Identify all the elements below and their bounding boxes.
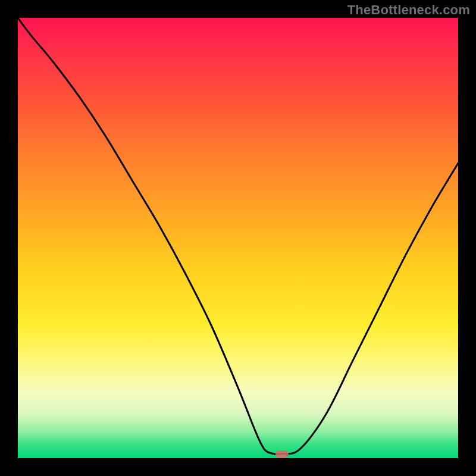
chart-frame: TheBottleneck.com bbox=[0, 0, 476, 476]
plot-area bbox=[18, 18, 458, 458]
watermark-text: TheBottleneck.com bbox=[347, 2, 470, 18]
optimal-point-marker bbox=[275, 450, 289, 458]
bottleneck-curve bbox=[18, 18, 458, 458]
